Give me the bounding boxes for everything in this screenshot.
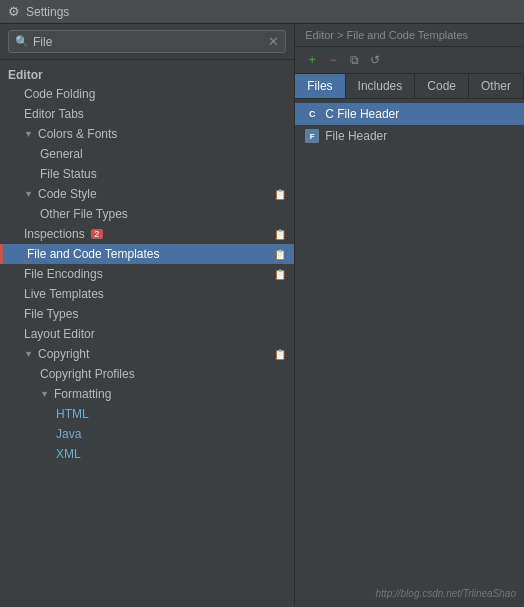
sidebar-item-code-folding[interactable]: Code Folding: [0, 84, 294, 104]
file-item-c-file-header[interactable]: C C File Header: [295, 103, 524, 125]
breadcrumb: Editor > File and Code Templates: [295, 24, 524, 47]
sidebar-item-code-style[interactable]: ▼ Code Style 📋: [0, 184, 294, 204]
sidebar-item-editor: Editor: [0, 64, 294, 84]
sidebar-item-copyright-profiles[interactable]: Copyright Profiles: [0, 364, 294, 384]
copy-icon: ⧉: [350, 53, 359, 67]
watermark: http://blog.csdn.net/TrlineaShao: [376, 588, 516, 599]
clear-icon[interactable]: ✕: [268, 34, 279, 49]
search-bar: 🔍 ✕: [0, 24, 294, 60]
file-list: C C File Header F File Header: [295, 99, 524, 605]
item-label: Other File Types: [40, 207, 128, 221]
tab-other[interactable]: Other: [469, 74, 524, 98]
badge: 2: [91, 229, 103, 239]
arrow-icon: ▼: [24, 129, 34, 139]
add-button[interactable]: +: [303, 51, 321, 69]
sidebar-item-live-templates[interactable]: Live Templates: [0, 284, 294, 304]
item-label: File Status: [40, 167, 97, 181]
copy-button[interactable]: ⧉: [345, 51, 363, 69]
title-bar: ⚙ Settings: [0, 0, 524, 24]
item-label: File Encodings: [24, 267, 103, 281]
copy-icon: 📋: [274, 229, 286, 240]
sidebar-item-other-file-types[interactable]: Other File Types: [0, 204, 294, 224]
search-wrapper: 🔍 ✕: [8, 30, 286, 53]
tab-includes[interactable]: Includes: [346, 74, 416, 98]
minus-icon: −: [330, 53, 337, 67]
sidebar-item-general[interactable]: General: [0, 144, 294, 164]
c-icon: C: [305, 107, 319, 121]
file-item-file-header[interactable]: F File Header: [295, 125, 524, 147]
item-label: Layout Editor: [24, 327, 95, 341]
copy-icon: 📋: [274, 349, 286, 360]
sidebar-item-file-encodings[interactable]: File Encodings 📋: [0, 264, 294, 284]
f-icon: F: [305, 129, 319, 143]
copy-icon: 📋: [274, 269, 286, 280]
left-panel: 🔍 ✕ Editor Code Folding Editor Tabs ▼ Co…: [0, 24, 295, 605]
right-panel: Editor > File and Code Templates + − ⧉ ↺…: [295, 24, 524, 605]
copy-icon: 📋: [274, 249, 286, 260]
tabs-bar: Files Includes Code Other: [295, 74, 524, 99]
sidebar-item-layout-editor[interactable]: Layout Editor: [0, 324, 294, 344]
file-label: C File Header: [325, 107, 399, 121]
item-label: File Types: [24, 307, 78, 321]
sidebar-item-formatting[interactable]: ▼ Formatting: [0, 384, 294, 404]
reset-icon: ↺: [370, 53, 380, 67]
sidebar-item-colors-fonts[interactable]: ▼ Colors & Fonts: [0, 124, 294, 144]
copy-icon: 📋: [274, 189, 286, 200]
sidebar-item-file-types[interactable]: File Types: [0, 304, 294, 324]
search-input[interactable]: [33, 35, 264, 49]
sidebar-item-html[interactable]: HTML: [0, 404, 294, 424]
arrow-icon: ▼: [24, 189, 34, 199]
reset-button[interactable]: ↺: [366, 51, 384, 69]
title-bar-text: Settings: [26, 5, 69, 19]
sidebar-item-xml[interactable]: XML: [0, 444, 294, 464]
remove-button[interactable]: −: [324, 51, 342, 69]
sidebar-item-editor-tabs[interactable]: Editor Tabs: [0, 104, 294, 124]
item-label: Java: [56, 427, 81, 441]
item-label: File and Code Templates: [27, 247, 160, 261]
sidebar-item-file-and-code-templates[interactable]: File and Code Templates 📋: [0, 244, 294, 264]
sidebar-item-java[interactable]: Java: [0, 424, 294, 444]
item-label: Code Folding: [24, 87, 95, 101]
sidebar-item-file-status[interactable]: File Status: [0, 164, 294, 184]
item-label: Live Templates: [24, 287, 104, 301]
item-label: Editor Tabs: [24, 107, 84, 121]
tab-code[interactable]: Code: [415, 74, 469, 98]
arrow-icon: ▼: [40, 389, 50, 399]
tab-files[interactable]: Files: [295, 74, 345, 98]
settings-icon: ⚙: [8, 4, 20, 19]
item-label: HTML: [56, 407, 89, 421]
sidebar-item-copyright[interactable]: ▼ Copyright 📋: [0, 344, 294, 364]
plus-icon: +: [309, 53, 316, 67]
search-icon: 🔍: [15, 35, 29, 48]
item-label: Copyright: [38, 347, 89, 361]
file-label: File Header: [325, 129, 387, 143]
item-label: Copyright Profiles: [40, 367, 135, 381]
arrow-icon: ▼: [24, 349, 34, 359]
item-label: XML: [56, 447, 81, 461]
item-label: Inspections: [24, 227, 85, 241]
item-label: Colors & Fonts: [38, 127, 117, 141]
item-label: Code Style: [38, 187, 97, 201]
sidebar-item-inspections[interactable]: Inspections 2 📋: [0, 224, 294, 244]
settings-tree: Editor Code Folding Editor Tabs ▼ Colors…: [0, 60, 294, 605]
toolbar: + − ⧉ ↺: [295, 47, 524, 74]
item-label: General: [40, 147, 83, 161]
item-label: Formatting: [54, 387, 111, 401]
